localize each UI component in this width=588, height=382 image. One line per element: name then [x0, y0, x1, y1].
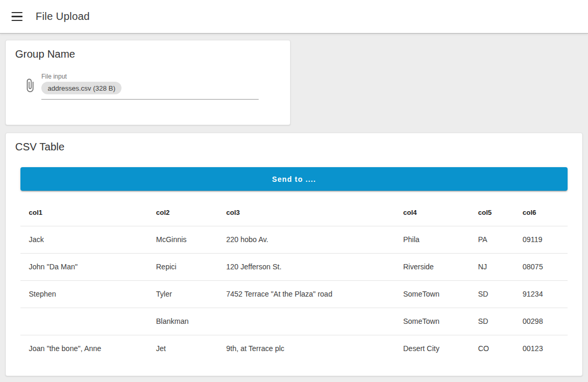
- column-header-col2: col2: [148, 200, 218, 226]
- send-button[interactable]: Send to ....: [20, 167, 568, 191]
- table-row: Blankman SomeTown SD 00298: [20, 308, 568, 335]
- file-chip-label: addresses.csv (328 B): [48, 84, 115, 92]
- table-cell: Stephen: [20, 280, 148, 308]
- table-cell: SomeTown: [395, 280, 470, 308]
- header-row: col1 col2 col3 col4 col5 col6: [20, 200, 568, 226]
- table-cell: John "Da Man": [20, 253, 148, 280]
- table-cell: [20, 308, 148, 335]
- column-header-col4: col4: [395, 200, 470, 226]
- table-cell: Jet: [148, 335, 218, 362]
- app-bar: File Upload: [0, 0, 588, 34]
- csv-table-card: CSV Table Send to .... col1 col2 col3 co…: [5, 133, 583, 376]
- file-input[interactable]: File input addresses.csv (328 B): [41, 73, 259, 100]
- table-cell: NJ: [470, 253, 514, 280]
- table-cell: SD: [470, 280, 514, 308]
- menu-button[interactable]: [4, 4, 29, 29]
- table-cell: 9th, at Terrace plc: [218, 335, 395, 362]
- file-input-label: File input: [41, 73, 259, 80]
- group-name-card: Group Name File input addresses.csv (328…: [5, 40, 291, 125]
- table-cell: Tyler: [148, 280, 218, 308]
- file-chip[interactable]: addresses.csv (328 B): [41, 82, 121, 94]
- table-cell: 09119: [514, 226, 568, 253]
- file-input-underline: [41, 99, 259, 100]
- table-cell: 00298: [514, 308, 568, 335]
- table-cell: 08075: [514, 253, 568, 280]
- table-cell: SomeTown: [395, 308, 470, 335]
- table-cell: Repici: [148, 253, 218, 280]
- group-name-card-title: Group Name: [6, 40, 290, 60]
- paperclip-icon[interactable]: [23, 78, 37, 93]
- csv-table-body: Jack McGinnis 220 hobo Av. Phila PA 0911…: [20, 226, 568, 362]
- table-cell: 7452 Terrace "At the Plaza" road: [218, 280, 395, 308]
- table-row: Stephen Tyler 7452 Terrace "At the Plaza…: [20, 280, 568, 308]
- table-cell: Phila: [395, 226, 470, 253]
- table-cell: PA: [470, 226, 514, 253]
- table-cell: SD: [470, 308, 514, 335]
- table-cell: 00123: [514, 335, 568, 362]
- table-cell: 120 Jefferson St.: [218, 253, 395, 280]
- table-row: Jack McGinnis 220 hobo Av. Phila PA 0911…: [20, 226, 568, 253]
- column-header-col3: col3: [218, 200, 395, 226]
- csv-table-card-title: CSV Table: [6, 133, 582, 153]
- table-cell: Jack: [20, 226, 148, 253]
- table-cell: CO: [470, 335, 514, 362]
- column-header-col5: col5: [470, 200, 514, 226]
- table-cell: Joan "the bone", Anne: [20, 335, 148, 362]
- table-row: John "Da Man" Repici 120 Jefferson St. R…: [20, 253, 568, 280]
- csv-table: col1 col2 col3 col4 col5 col6 Jack McGin…: [20, 200, 568, 362]
- menu-icon: [12, 9, 23, 24]
- column-header-col1: col1: [20, 200, 148, 226]
- table-row: Joan "the bone", Anne Jet 9th, at Terrac…: [20, 335, 568, 362]
- csv-table-header: col1 col2 col3 col4 col5 col6: [20, 200, 568, 226]
- table-cell: 220 hobo Av.: [218, 226, 395, 253]
- app-bar-title: File Upload: [36, 10, 90, 23]
- table-cell: Desert City: [395, 335, 470, 362]
- table-cell: [218, 308, 395, 335]
- table-cell: 91234: [514, 280, 568, 308]
- table-cell: Riverside: [395, 253, 470, 280]
- table-cell: Blankman: [148, 308, 218, 335]
- column-header-col6: col6: [514, 200, 568, 226]
- table-cell: McGinnis: [148, 226, 218, 253]
